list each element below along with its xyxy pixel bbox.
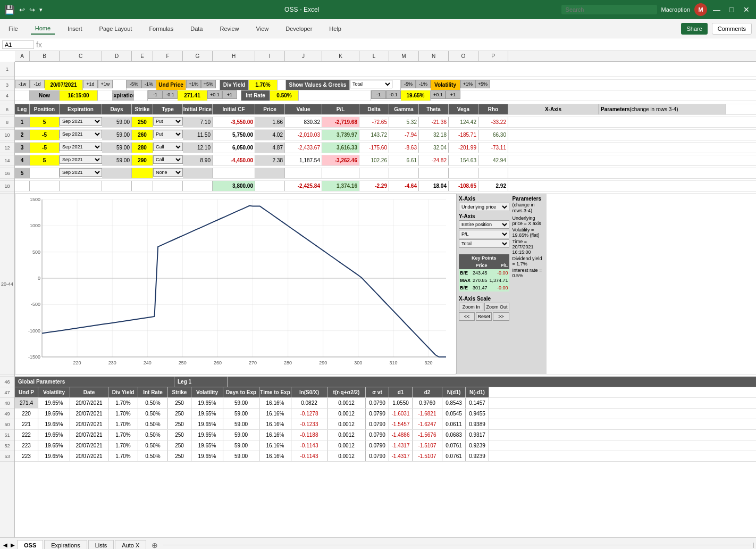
leg-type-sel[interactable]: Call — [153, 155, 183, 164]
leg-strike[interactable]: 260 — [132, 130, 153, 140]
col-header-c[interactable]: C — [60, 51, 102, 61]
scroll-right-icon[interactable]: ▶ — [10, 541, 16, 549]
leg-type-sel[interactable]: Put — [153, 117, 183, 126]
col-header-a[interactable]: A — [15, 51, 30, 61]
add-sheet-button[interactable]: ⊕ — [147, 539, 162, 550]
vol-plus01-btn[interactable]: +0.1 — [431, 90, 446, 99]
close-button[interactable]: ✕ — [741, 4, 752, 15]
tab-auto-x[interactable]: Auto X — [115, 540, 146, 550]
und-plus5-btn[interactable]: +5% — [201, 80, 216, 88]
tab-formulas[interactable]: Formulas — [145, 23, 178, 34]
col-header-n[interactable]: N — [419, 51, 449, 61]
tab-review[interactable]: Review — [215, 23, 243, 34]
reset-btn[interactable]: Reset — [476, 312, 492, 321]
time-value[interactable]: 16:15:00 — [60, 90, 98, 101]
y-axis-sel2[interactable]: P/L — [459, 230, 509, 238]
leg-days[interactable] — [102, 168, 132, 178]
leg-pos[interactable] — [30, 168, 60, 178]
show-vals-sel[interactable]: Total — [350, 80, 392, 88]
leg-exp-sel[interactable]: Sep 2021 — [60, 117, 102, 126]
col-header-g[interactable]: G — [183, 51, 213, 61]
leg-pos[interactable]: -5 — [30, 130, 60, 140]
int-rate-value[interactable]: 0.50% — [270, 90, 299, 101]
vol-minus01-btn[interactable]: -0.1 — [386, 90, 401, 99]
und-minus5-btn[interactable]: -5% — [127, 80, 141, 88]
undo-icon[interactable]: ↩ — [19, 6, 25, 14]
nav-plus1w-btn[interactable]: +1w — [98, 80, 113, 88]
leg-exp-sel[interactable]: Sep 2021 — [60, 130, 102, 138]
y-axis-sel3[interactable]: Total — [459, 239, 509, 248]
col-header-d[interactable]: D — [102, 51, 132, 61]
share-button[interactable]: Share — [681, 23, 707, 35]
leg-exp-sel[interactable]: Sep 2021 — [60, 155, 102, 164]
tab-help[interactable]: Help — [325, 23, 346, 34]
leg-strike[interactable] — [132, 168, 153, 178]
col-header-l[interactable]: L — [359, 51, 389, 61]
col-header-m[interactable]: M — [389, 51, 419, 61]
leg-strike[interactable]: 280 — [132, 143, 153, 153]
vol-plus1-btn2[interactable]: +1 — [446, 90, 460, 99]
leg-days[interactable]: 59.00 — [102, 130, 132, 140]
tab-lists[interactable]: Lists — [88, 540, 114, 550]
minimize-button[interactable]: — — [711, 4, 722, 15]
col-header-h[interactable]: H — [213, 51, 255, 61]
col-header-b[interactable]: B — [30, 51, 60, 61]
col-header-p[interactable]: P — [478, 51, 508, 61]
vol-plus5-btn[interactable]: +5% — [475, 80, 490, 88]
und-minus1-btn2[interactable]: -1 — [148, 90, 163, 99]
tab-home[interactable]: Home — [31, 23, 55, 35]
cell-reference[interactable] — [2, 40, 34, 49]
leg-type-sel[interactable]: Put — [153, 130, 183, 138]
tab-expirations[interactable]: Expirations — [44, 540, 87, 550]
und-plus1-btn[interactable]: +1% — [186, 80, 201, 88]
next-btn[interactable]: >> — [493, 312, 509, 321]
col-header-i[interactable]: I — [255, 51, 285, 61]
leg-days[interactable]: 59.00 — [102, 143, 132, 153]
zoom-in-btn[interactable]: Zoom In — [459, 303, 483, 311]
leg-type-sel[interactable]: Call — [153, 143, 183, 151]
leg-strike[interactable]: 250 — [132, 117, 153, 127]
und-plus1-btn2[interactable]: +1 — [222, 90, 237, 99]
tab-view[interactable]: View — [252, 23, 273, 34]
leg-strike[interactable]: 290 — [132, 155, 153, 165]
tab-developer[interactable]: Developer — [281, 23, 316, 34]
leg-pos[interactable]: 5 — [30, 117, 60, 127]
vol-value[interactable]: 19.65% — [401, 90, 431, 101]
nav-minus1d-btn[interactable]: -1d — [30, 80, 45, 88]
zoom-out-btn[interactable]: Zoom Out — [484, 303, 509, 311]
div-yield-value[interactable]: 1.70% — [249, 80, 278, 90]
leg-days[interactable]: 59.00 — [102, 155, 132, 165]
vol-minus1-btn[interactable]: -1% — [416, 80, 431, 88]
tab-data[interactable]: Data — [186, 23, 207, 34]
leg-pos[interactable]: 5 — [30, 155, 60, 165]
tab-insert[interactable]: Insert — [63, 23, 87, 34]
formula-input[interactable] — [44, 41, 754, 48]
nav-minus1w-btn[interactable]: -1w — [15, 80, 30, 88]
und-plus01-btn[interactable]: +0.1 — [207, 90, 222, 99]
col-header-o[interactable]: O — [449, 51, 478, 61]
leg-exp-sel[interactable]: Sep 2021 — [60, 143, 102, 151]
tab-file[interactable]: File — [4, 23, 22, 34]
leg-pos[interactable]: -5 — [30, 143, 60, 153]
prev-btn[interactable]: << — [459, 312, 475, 321]
tab-oss[interactable]: OSS — [17, 540, 43, 550]
x-axis-sel[interactable]: Underlying price — [459, 203, 509, 211]
leg-exp-sel[interactable]: Sep 2021 — [60, 168, 102, 177]
redo-icon[interactable]: ↪ — [29, 6, 35, 14]
und-price-value[interactable]: 271.41 — [178, 90, 207, 101]
y-axis-sel1[interactable]: Entire position — [459, 220, 509, 229]
nav-plus1d-btn[interactable]: +1d — [83, 80, 98, 88]
comments-button[interactable]: Comments — [712, 23, 752, 35]
leg-type-sel[interactable]: None — [153, 168, 183, 177]
tab-page-layout[interactable]: Page Layout — [95, 23, 137, 34]
col-header-f[interactable]: F — [153, 51, 183, 61]
maximize-button[interactable]: □ — [726, 4, 737, 15]
und-minus01-btn[interactable]: -0.1 — [163, 90, 178, 99]
scroll-left-icon[interactable]: ◀ — [2, 541, 9, 549]
vol-minus1-btn2[interactable]: -1 — [371, 90, 386, 99]
col-header-j[interactable]: J — [285, 51, 322, 61]
col-header-k[interactable]: K — [322, 51, 359, 61]
und-minus1-btn[interactable]: -1% — [141, 80, 156, 88]
col-header-e[interactable]: E — [132, 51, 153, 61]
vol-minus5-btn[interactable]: -5% — [401, 80, 416, 88]
